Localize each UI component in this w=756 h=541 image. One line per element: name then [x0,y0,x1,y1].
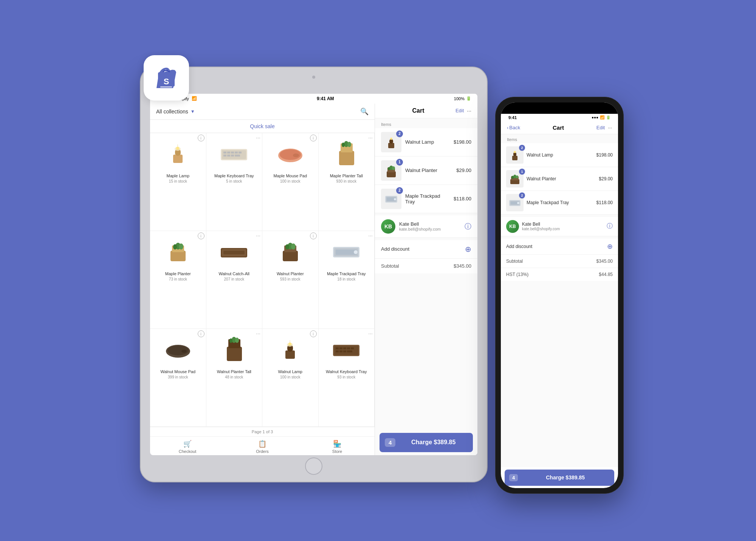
customer-info-icon[interactable]: ⓘ [465,222,471,231]
nav-store[interactable]: 🏪 Store [300,440,375,454]
iphone-back-button[interactable]: ‹ Back [507,125,520,130]
search-icon[interactable]: 🔍 [360,107,369,116]
charge-amount-label: Charge $389.85 [399,439,468,446]
quick-sale-button[interactable]: Quick sale [250,123,274,129]
iphone-more-icon[interactable]: ··· [608,125,612,130]
iphone-device: 9:41 ●●● 📶 🔋 ‹ Back Cart Edit ··· [495,97,624,494]
product-info-icon[interactable]: i [310,330,317,337]
product-info-icon[interactable]: i [310,135,317,141]
iphone-cart-badge: 2 [506,146,524,164]
svg-point-29 [173,244,177,250]
product-name: Maple Planter [165,271,191,276]
product-info-icon[interactable]: i [310,233,317,239]
product-image-wrap [161,137,195,171]
svg-rect-33 [223,251,245,254]
svg-rect-65 [343,350,346,352]
product-item[interactable]: i Walnut Mouse Pad 399 in stock [150,329,206,427]
product-item[interactable]: ··· Maple Trackpad Tray 18 in st [319,231,375,329]
pagination: Page 1 of 3 [150,427,375,436]
product-more-icon[interactable]: ··· [256,135,260,141]
product-more-icon[interactable]: ··· [256,233,260,239]
iphone-edit-button[interactable]: Edit [596,125,605,130]
product-image-wrap [217,137,251,171]
ipad-screen: Shopify 📶 9:41 AM 100% 🔋 All collections… [150,94,477,455]
cart-item-qty: 2 [396,187,403,194]
product-stock: 93 in stock [337,375,355,379]
svg-text:S: S [164,76,169,86]
product-stock: 73 in stock [169,277,187,281]
product-info-icon[interactable]: i [198,135,204,141]
nav-orders[interactable]: 📋 Orders [225,440,300,454]
iphone-add-discount-icon[interactable]: ⊕ [607,242,613,251]
iphone-subtotal-label: Subtotal [506,259,523,264]
product-image-wrap [161,333,195,367]
ipad-home-button[interactable] [305,457,322,475]
product-more-icon[interactable]: ··· [368,330,373,336]
product-item[interactable]: ··· [206,133,263,231]
svg-point-54 [288,343,291,346]
iphone-subtotal-row: Subtotal $345.00 [501,255,618,268]
cart-item[interactable]: 1 Walnut Planter [375,157,477,185]
iphone-content: Items 2 Walnut Lamp [501,134,618,467]
iphone-cart-item[interactable]: 1 Walnut Planter $29.00 [501,167,618,191]
svg-rect-58 [336,347,339,349]
ipad-camera [312,76,315,79]
product-image-wrap [273,137,307,171]
product-more-icon[interactable]: ··· [368,233,373,239]
product-item[interactable]: i Maple Lamp [150,133,206,231]
cart-edit-button[interactable]: Edit [455,108,464,113]
add-discount-label: Add discount [381,246,409,252]
product-name: Walnut Planter [277,271,304,276]
product-item[interactable]: i Maple Planter [150,231,206,329]
collection-header: All collections ▼ 🔍 [150,104,375,120]
svg-point-85 [511,176,514,179]
add-discount-icon[interactable]: ⊕ [465,245,471,254]
product-item[interactable]: i Maple Mouse Pad 100 in stock [262,133,319,231]
svg-rect-17 [235,155,240,157]
product-info-icon[interactable]: i [198,330,204,337]
cart-panel: Cart Edit ··· Items 2 [375,104,477,455]
store-icon: 🏪 [333,440,341,448]
iphone-customer-row[interactable]: KB Kate Bell kate.bell@shopify.com ⓘ [501,217,618,236]
cart-item-name: Walnut Lamp [405,139,450,145]
cart-item[interactable]: 2 Maple Trackpad Tray $ [375,185,477,213]
product-item[interactable]: i Walnut Lamp [262,329,319,427]
cart-more-icon[interactable]: ··· [467,108,471,114]
iphone-time: 9:41 [508,115,517,120]
cart-item[interactable]: 2 Walnut Lamp $198.00 [375,128,477,157]
product-info-icon[interactable]: i [198,233,204,239]
svg-rect-10 [227,152,230,153]
charge-button[interactable]: 4 Charge $389.85 [380,433,473,452]
back-label: Back [509,125,520,130]
svg-point-90 [517,202,519,204]
product-image-wrap [161,235,195,269]
product-item[interactable]: ··· Walnut Catch-All 207 in stock [206,231,263,329]
product-stock: 18 in stock [337,277,355,281]
cart-item-qty: 1 [396,159,403,166]
ipad-device: Shopify 📶 9:41 AM 100% 🔋 All collections… [140,67,488,482]
iphone-charge-amount-label: Charge $389.85 [521,474,610,481]
product-more-icon[interactable]: ··· [256,330,260,336]
product-item[interactable]: i Walnut Planter [262,231,319,329]
iphone-charge-button[interactable]: 4 Charge $389.85 [505,470,614,486]
iphone-customer-avatar: KB [506,220,519,233]
product-more-icon[interactable]: ··· [368,135,373,141]
nav-checkout[interactable]: 🛒 Checkout [150,440,225,454]
ipad-time: 9:41 AM [317,96,334,101]
iphone-customer-info-icon[interactable]: ⓘ [607,222,613,230]
product-item[interactable]: ··· Walnut Planter Tall [206,329,263,427]
iphone-cart-item[interactable]: 2 Maple Trackpad Tray $118.00 [501,191,618,215]
svg-point-78 [394,198,396,200]
svg-rect-12 [235,152,238,153]
iphone-cart-item[interactable]: 2 Walnut Lamp $198.00 [501,143,618,167]
product-stock: 5 in stock [226,179,242,183]
product-item[interactable]: ··· Maple Planter Tall [319,133,375,231]
iphone-cart-badge: 2 [506,194,524,211]
collection-title-group[interactable]: All collections ▼ [156,109,195,115]
product-image-wrap [217,333,251,367]
svg-rect-60 [343,347,346,349]
product-item[interactable]: ··· [319,329,375,427]
product-name: Maple Lamp [166,173,189,178]
customer-row[interactable]: KB Kate Bell kate.bell@shopify.com ⓘ [375,215,477,238]
product-image-wrap [329,137,363,171]
